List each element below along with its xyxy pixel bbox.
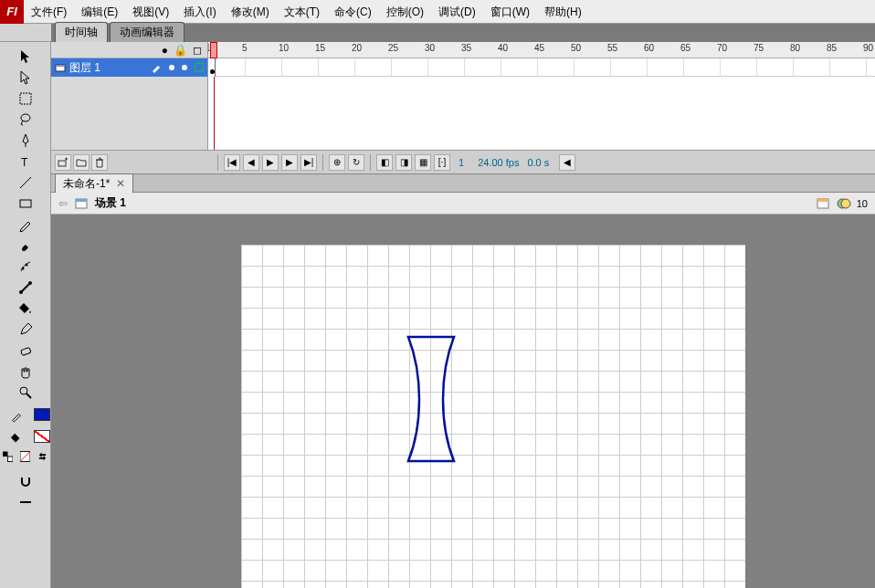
motion-editor-tab[interactable]: 动画编辑器	[110, 22, 184, 42]
menu-file[interactable]: 文件(F)	[24, 0, 74, 24]
eraser-tool[interactable]	[15, 341, 37, 361]
paint-bucket-tool[interactable]	[15, 299, 37, 319]
menu-text[interactable]: 文本(T)	[277, 0, 327, 24]
subselection-tool[interactable]	[15, 68, 37, 88]
edit-scene-icon[interactable]	[817, 197, 831, 210]
lock-dot[interactable]	[182, 65, 187, 70]
svg-rect-18	[56, 65, 65, 67]
ruler-number: 15	[315, 43, 325, 53]
stroke-color-swatch[interactable]	[34, 408, 50, 421]
hand-tool[interactable]	[15, 362, 37, 382]
scene-icon	[75, 197, 88, 210]
bone-tool[interactable]	[15, 278, 37, 298]
line-tool[interactable]	[15, 173, 37, 193]
visibility-header-icon[interactable]: ●	[162, 44, 168, 57]
selection-tool[interactable]	[15, 47, 37, 67]
visibility-dot[interactable]	[169, 65, 174, 70]
center-frame-button[interactable]: ⊕	[329, 154, 345, 171]
ruler-number: 25	[388, 43, 398, 53]
snap-option[interactable]	[15, 471, 37, 491]
outline-toggle[interactable]	[195, 63, 204, 72]
prev-frame-button[interactable]: ◀	[243, 154, 259, 171]
menu-help[interactable]: 帮助(H)	[537, 0, 589, 24]
layer-column: ● 🔒 ◻ 图层 1	[51, 42, 208, 150]
next-frame-button[interactable]: ▶	[281, 154, 298, 171]
playhead[interactable]	[210, 42, 217, 58]
scene-bar: ⇦ 场景 1 10	[51, 193, 875, 215]
menu-debug[interactable]: 调试(D)	[431, 0, 483, 24]
svg-rect-23	[817, 199, 828, 202]
ruler-number: 50	[571, 43, 581, 53]
ruler-number: 80	[790, 43, 800, 53]
onion-outline-button[interactable]: ◨	[395, 154, 412, 171]
document-tab[interactable]: 未命名-1* ✕	[55, 173, 133, 194]
back-arrow-icon[interactable]: ⇦	[58, 197, 68, 210]
swap-colors-button[interactable]	[37, 450, 48, 462]
rectangle-tool[interactable]	[15, 194, 37, 214]
menu-window[interactable]: 窗口(W)	[483, 0, 537, 24]
grid-overlay	[241, 245, 745, 588]
canvas[interactable]	[241, 245, 745, 588]
zoom-value[interactable]: 10	[857, 198, 868, 209]
black-white-button[interactable]	[2, 450, 14, 462]
svg-rect-9	[20, 347, 30, 355]
lock-header-icon[interactable]: 🔒	[174, 44, 187, 57]
text-tool[interactable]: T	[15, 152, 37, 172]
eyedropper-tool[interactable]	[15, 320, 37, 340]
concave-lens-shape[interactable]	[401, 333, 465, 466]
pen-tool[interactable]	[15, 131, 37, 151]
timeline-tab[interactable]: 时间轴	[55, 22, 108, 42]
menu-commands[interactable]: 命令(C)	[327, 0, 379, 24]
pencil-active-icon	[151, 62, 162, 73]
frame-ruler[interactable]: 151015202530354045505560657075808590	[208, 42, 875, 58]
stage[interactable]: 得到凹透镜效果	[51, 215, 875, 588]
pencil-tool[interactable]	[15, 215, 37, 235]
frame-strip[interactable]	[208, 58, 875, 77]
svg-rect-16	[20, 501, 31, 503]
menu-edit[interactable]: 编辑(E)	[74, 0, 125, 24]
layer-row[interactable]: 图层 1	[51, 58, 207, 77]
ruler-number: 20	[352, 43, 362, 53]
svg-point-8	[28, 281, 32, 285]
menu-insert[interactable]: 插入(I)	[176, 0, 223, 24]
keyframe-1[interactable]	[208, 58, 216, 77]
new-layer-button[interactable]	[55, 154, 71, 171]
ruler-number: 55	[607, 43, 617, 53]
svg-rect-19	[58, 161, 66, 166]
new-folder-button[interactable]	[73, 154, 90, 171]
free-transform-tool[interactable]	[15, 89, 37, 109]
elapsed-display: 0.0 s	[527, 157, 549, 168]
current-frame-display: 1	[453, 157, 469, 168]
deco-tool[interactable]	[15, 257, 37, 277]
document-tabs: 未命名-1* ✕	[51, 174, 875, 193]
menu-modify[interactable]: 修改(M)	[224, 0, 277, 24]
svg-point-5	[21, 268, 24, 270]
option-tool[interactable]	[15, 492, 37, 512]
close-tab-icon[interactable]: ✕	[116, 177, 125, 190]
onion-markers-button[interactable]: [·]	[434, 154, 450, 171]
scroll-left-button[interactable]: ◀	[559, 154, 575, 171]
delete-layer-button[interactable]	[91, 154, 108, 171]
svg-rect-4	[20, 200, 31, 207]
lasso-tool[interactable]	[15, 110, 37, 130]
last-frame-button[interactable]: ▶|	[300, 154, 317, 171]
play-button[interactable]: ▶	[262, 154, 279, 171]
edit-multi-button[interactable]: ▦	[415, 154, 431, 171]
frames-area[interactable]: 151015202530354045505560657075808590	[208, 42, 875, 150]
symbol-icon[interactable]	[837, 197, 851, 210]
outline-header-icon[interactable]: ◻	[193, 44, 202, 57]
no-color-button[interactable]	[19, 450, 31, 462]
svg-point-7	[19, 290, 23, 294]
fill-color-swatch[interactable]	[34, 430, 50, 443]
zoom-tool[interactable]	[15, 383, 37, 403]
first-frame-button[interactable]: |◀	[224, 154, 240, 171]
ruler-number: 90	[863, 43, 873, 53]
timeline-controls: |◀ ◀ ▶ ▶ ▶| ⊕ ↻ ◧ ◨ ▦ [·] 1 24.00 fps 0.…	[51, 150, 875, 173]
loop-button[interactable]: ↻	[348, 154, 364, 171]
menu-control[interactable]: 控制(O)	[379, 0, 431, 24]
mini-toolbar	[0, 24, 51, 42]
menu-view[interactable]: 视图(V)	[125, 0, 176, 24]
brush-tool[interactable]	[15, 236, 37, 256]
fill-color-icon	[9, 431, 24, 446]
onion-skin-button[interactable]: ◧	[376, 154, 393, 171]
